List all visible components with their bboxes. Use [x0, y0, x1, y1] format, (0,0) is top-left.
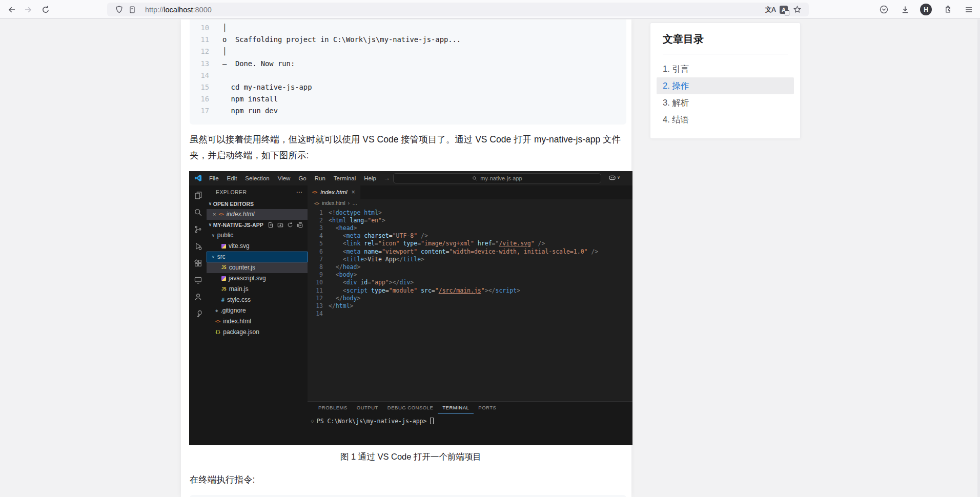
breadcrumb-file: index.html	[322, 200, 345, 206]
open-editor-item: × <> index.html	[207, 209, 308, 220]
editor-line-number: 10	[308, 279, 323, 286]
forward-button[interactable]	[22, 3, 34, 16]
figure-image-vscode: FileEditSelectionViewGoRunTerminalHelp ←…	[189, 171, 632, 445]
line-number: 14	[190, 70, 209, 81]
editor-line-number: 9	[308, 271, 323, 279]
menu-button[interactable]	[962, 3, 975, 16]
tree-folder-public: ∨public	[207, 230, 308, 241]
editor-code	[323, 310, 329, 318]
search-sidebar-icon	[189, 204, 207, 221]
collapse-all-icon	[297, 222, 303, 228]
close-icon: ×	[213, 211, 216, 217]
tree-file-style-css: #style.css	[207, 295, 308, 305]
run-debug-icon	[189, 238, 207, 255]
toc-item-2[interactable]: 2. 操作	[657, 77, 794, 94]
editor-line-number: 13	[308, 302, 323, 310]
toc-item-4[interactable]: 4. 结语	[657, 111, 794, 128]
account-avatar[interactable]: H	[920, 4, 932, 15]
toc-item-1[interactable]: 1. 引言	[657, 60, 794, 77]
editor-line: 14	[308, 310, 632, 318]
editor-line-number: 3	[308, 224, 323, 232]
editor-line: 7 <title>Vite App</title>	[308, 256, 632, 263]
tab-label: index.html	[320, 189, 347, 195]
editor-line: 4 <meta charset="UTF-8" />	[308, 232, 632, 240]
figure-caption: 图 1 通过 VS Code 打开一个前端项目	[189, 451, 632, 463]
editor-line: 9 <body>	[308, 271, 632, 279]
editor-line-number: 6	[308, 248, 323, 256]
vscode-editor: <> index.html × <> index.html › … 1<!doc…	[308, 185, 632, 445]
code-line: 15 cd my-native-js-app	[190, 81, 626, 93]
js-file-icon: JS	[221, 287, 227, 292]
translate-page-icon[interactable]: A	[777, 4, 790, 16]
tree-item-label: style.css	[227, 296, 251, 303]
editor-code: <body>	[323, 271, 357, 279]
line-number: 17	[190, 105, 209, 117]
editor-line-number: 7	[308, 256, 323, 263]
menu-run: Run	[311, 175, 330, 181]
translate-icon[interactable]: 文A	[764, 4, 777, 16]
url-text: http://localhost:8000	[145, 6, 212, 14]
toc-list: 1. 引言2. 操作3. 解析4. 结语	[657, 60, 794, 128]
menu-file: File	[205, 175, 223, 181]
image-file-icon	[221, 276, 226, 281]
vscode-sidebar: EXPLORER ⋯ ∨ OPEN EDITORS × <> index.htm…	[207, 185, 308, 445]
editor-code: </head>	[323, 263, 360, 271]
article-content: 10│11o Scaffolding project in C:\Work\js…	[181, 19, 631, 497]
code-line: 16 npm install	[190, 93, 626, 105]
download-icon	[901, 5, 910, 14]
editor-code: <div id="app"></div>	[323, 279, 414, 286]
vscode-nav-arrows: ← →	[370, 171, 390, 185]
code-text: npm install	[222, 93, 278, 105]
tree-item-label: .gitignore	[220, 307, 246, 314]
new-file-icon	[268, 222, 274, 228]
downloads-button[interactable]	[899, 3, 911, 16]
editor-line-number: 5	[308, 240, 323, 247]
editor-code: <link rel="icon" type="image/svg+xml" hr…	[323, 240, 545, 247]
vscode-tab-bar: <> index.html ×	[308, 185, 632, 199]
toc-item-3[interactable]: 3. 解析	[657, 94, 794, 111]
page-background: 10│11o Scaffolding project in C:\Work\js…	[0, 19, 980, 497]
tree-file-main-js: JSmain.js	[207, 284, 308, 295]
tree-item-label: src	[217, 253, 226, 260]
terminal-cursor	[430, 418, 434, 424]
remote-explorer-icon	[189, 272, 207, 288]
close-icon: ×	[352, 189, 355, 196]
menu-terminal: Terminal	[330, 175, 360, 181]
html-file-icon: <>	[312, 190, 317, 195]
vscode-search-box: my-native-js-app	[393, 173, 601, 183]
panel-tab-debug-console: DEBUG CONSOLE	[383, 402, 438, 414]
chevron-down-icon: ∨	[209, 201, 212, 206]
explorer-title: EXPLORER	[216, 189, 247, 195]
breadcrumb-more: …	[352, 200, 357, 206]
git-file-icon: ◆	[215, 308, 218, 313]
vertical-scrollbar[interactable]	[977, 19, 980, 497]
page-info-icon[interactable]	[126, 4, 139, 16]
editor-line-number: 1	[308, 209, 323, 217]
breadcrumb-separator: ›	[348, 200, 350, 206]
editor-line: 8 </head>	[308, 263, 632, 271]
reload-button[interactable]	[39, 3, 52, 16]
copilot-icon: ∨	[608, 174, 620, 181]
shield-icon[interactable]	[112, 4, 126, 16]
bookmark-star-icon[interactable]	[790, 4, 804, 16]
json-file-icon: {}	[215, 329, 220, 335]
panel-tab-output: OUTPUT	[352, 402, 383, 414]
editor-line-number: 2	[308, 217, 323, 224]
vscode-activity-bar	[189, 185, 207, 445]
pocket-button[interactable]	[877, 3, 890, 16]
tree-file-javascript-svg: javascript.svg	[207, 273, 308, 284]
code-line: 12│	[190, 46, 626, 57]
menu-go: Go	[294, 175, 310, 181]
source-control-icon	[189, 221, 207, 238]
menu-edit: Edit	[223, 175, 241, 181]
editor-line: 11 <script type="module" src="/src/main.…	[308, 287, 632, 295]
extensions-button[interactable]	[942, 3, 954, 16]
editor-line: 2<html lang="en">	[308, 217, 632, 224]
url-bar[interactable]: http://localhost:8000 文A A	[107, 3, 809, 16]
tree-item-label: index.html	[223, 318, 251, 325]
back-button[interactable]	[5, 3, 18, 16]
editor-line-number: 8	[308, 263, 323, 271]
editor-line: 1<!doctype html>	[308, 209, 632, 217]
editor-line-number: 4	[308, 232, 323, 240]
line-number: 15	[190, 81, 209, 93]
